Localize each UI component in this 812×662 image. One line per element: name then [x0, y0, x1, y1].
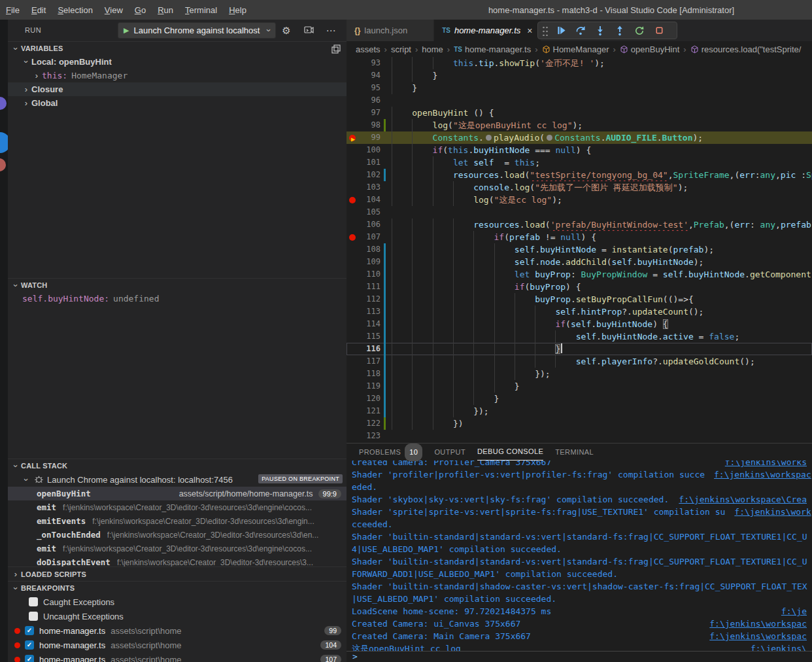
code-line-96[interactable]: 96	[347, 94, 812, 107]
gear-icon[interactable]: ⚙	[279, 22, 294, 39]
source-link[interactable]: f:\jenkins\workspac	[709, 618, 807, 630]
code-line-93[interactable]: 93this.tip.showTip('金币不足! ');	[347, 57, 812, 69]
call-stack-frame[interactable]: emitf:\jenkins\workspace\Creator_3D\edit…	[8, 500, 347, 514]
code-line-108[interactable]: 108self.buyHintNode = instantiate(prefab…	[347, 243, 812, 256]
step-into-icon[interactable]	[592, 23, 609, 39]
code-line-99[interactable]: ▶99Constants.playAudio(Constants.AUDIO_F…	[347, 131, 812, 144]
breakpoint-gutter[interactable]	[347, 417, 358, 430]
code-line-106[interactable]: 106resources.load('prefab/BuyHintWindow-…	[347, 218, 812, 231]
source-link[interactable]: f:\jenkins\workspace\Crea	[679, 493, 807, 506]
breakpoint-row[interactable]: home-manager.tsassets\script\home99	[8, 623, 347, 638]
breakpoint-gutter[interactable]	[347, 181, 358, 194]
debug-console-input[interactable]: >	[347, 651, 812, 662]
menu-run[interactable]: Run	[152, 5, 179, 15]
checkbox-checked[interactable]	[25, 655, 34, 662]
checkbox-unchecked[interactable]	[29, 597, 38, 606]
code-line-97[interactable]: 97openBuyHint () {	[347, 107, 812, 119]
breakpoint-gutter[interactable]	[347, 405, 358, 417]
breadcrumb-item[interactable]: openBuyHint	[620, 44, 679, 54]
menu-help[interactable]: Help	[223, 5, 252, 15]
checkbox-unchecked[interactable]	[29, 612, 38, 621]
breakpoint-gutter[interactable]	[347, 281, 358, 293]
breakpoint-gutter[interactable]	[347, 194, 358, 206]
code-line-118[interactable]: 118});	[347, 368, 812, 380]
code-line-121[interactable]: 121});	[347, 405, 812, 417]
source-link[interactable]: f:\jenkins\	[751, 642, 807, 651]
breakpoint-gutter[interactable]	[347, 268, 358, 281]
code-line-123[interactable]: 123	[347, 430, 812, 442]
source-link[interactable]: f:\jenkins\works	[725, 461, 807, 468]
breakpoint-gutter[interactable]	[347, 343, 358, 355]
breadcrumb-item[interactable]: home-manager.ts	[454, 44, 531, 54]
panes-icon[interactable]	[331, 44, 341, 54]
code-line-102[interactable]: 102resources.load("testSprite/tongyong_b…	[347, 169, 812, 181]
code-line-111[interactable]: 111if(buyProp) {	[347, 281, 812, 293]
watch-expression[interactable]: self.buyHintNode: undefined	[8, 292, 347, 305]
code-line-119[interactable]: 119}	[347, 380, 812, 392]
breadcrumb-item[interactable]: script	[391, 44, 411, 54]
breakpoint-gutter[interactable]	[347, 57, 358, 69]
breadcrumb-item[interactable]: HomeManager	[542, 44, 609, 54]
breakpoint-gutter[interactable]	[347, 119, 358, 131]
menu-edit[interactable]: Edit	[25, 5, 52, 15]
code-line-109[interactable]: 109self.node.addChild(self.buyHintNode);	[347, 256, 812, 268]
breakpoint-gutter[interactable]	[347, 144, 358, 156]
breakpoint-gutter[interactable]: ▶	[347, 131, 358, 144]
code-line-95[interactable]: 95}	[347, 82, 812, 94]
breakpoint-gutter[interactable]	[347, 243, 358, 256]
call-stack-frame[interactable]: emitf:\jenkins\workspace\Creator_3D\edit…	[8, 542, 347, 555]
breakpoint-gutter[interactable]	[347, 107, 358, 119]
drag-grip-icon[interactable]	[542, 26, 549, 36]
breakpoint-gutter[interactable]	[347, 293, 358, 305]
breakpoint-row[interactable]: home-manager.tsassets\script\home107	[8, 652, 347, 662]
stop-icon[interactable]	[651, 23, 668, 39]
source-link[interactable]: f:\je	[781, 605, 807, 618]
call-stack-frame[interactable]: openBuyHintassets/script/home/home-manag…	[8, 487, 347, 500]
code-line-94[interactable]: 94}	[347, 69, 812, 82]
code-line-113[interactable]: 113self.hintProp?.updateCount();	[347, 305, 812, 318]
close-icon[interactable]: ×	[527, 26, 532, 36]
breakpoint-gutter[interactable]	[347, 206, 358, 218]
tab-home-manager-ts[interactable]: home-manager.ts ×	[434, 20, 541, 41]
breadcrumb-item[interactable]: home	[422, 44, 443, 54]
menu-terminal[interactable]: Terminal	[179, 5, 223, 15]
scope-closure[interactable]: › Closure	[8, 82, 347, 96]
menu-selection[interactable]: Selection	[52, 5, 98, 15]
code-line-120[interactable]: 120}	[347, 392, 812, 405]
source-link[interactable]: f:\jenkins\workspac	[709, 630, 807, 642]
call-stack-frame[interactable]: emitEventsf:\jenkins\workspace\Creator_3…	[8, 514, 347, 528]
code-line-98[interactable]: 98log("这是openBuyHint cc log");	[347, 119, 812, 131]
restart-icon[interactable]	[631, 23, 648, 39]
menu-go[interactable]: Go	[129, 5, 152, 15]
uncaught-exceptions-row[interactable]: Uncaught Exceptions	[8, 609, 347, 623]
call-stack-frame[interactable]: _onTouchEndedf:\jenkins\workspace\Creato…	[8, 528, 347, 542]
menu-view[interactable]: View	[99, 5, 129, 15]
step-over-icon[interactable]	[572, 23, 589, 39]
breakpoint-gutter[interactable]	[347, 392, 358, 405]
tab-launch-json[interactable]: launch.json	[347, 20, 434, 41]
code-line-104[interactable]: 104log("这是cc log");	[347, 194, 812, 206]
breakpoint-gutter[interactable]	[347, 218, 358, 231]
menu-file[interactable]: File	[0, 5, 25, 15]
caught-exceptions-row[interactable]: Caught Exceptions	[8, 595, 347, 609]
breakpoint-gutter[interactable]	[347, 355, 358, 368]
launch-config-dropdown[interactable]: ▶ Launch Chrome against localhost ›	[118, 22, 276, 39]
code-line-115[interactable]: 115self.buyHintNode.active = false;	[347, 330, 812, 343]
panel-tab-output[interactable]: OUTPUT	[434, 444, 465, 461]
code-line-112[interactable]: 112buyProp.setBuyPropCallFun(()=>{	[347, 293, 812, 305]
breakpoint-gutter[interactable]	[347, 169, 358, 181]
breakpoint-gutter[interactable]	[347, 368, 358, 380]
start-debug-icon[interactable]: ▶	[124, 26, 129, 35]
code-line-122[interactable]: 122})	[347, 417, 812, 430]
code-line-110[interactable]: 110let buyProp: BuyPropWindow = self.buy…	[347, 268, 812, 281]
breakpoint-gutter[interactable]	[347, 256, 358, 268]
code-line-117[interactable]: 117self.playerInfo?.updateGoldCount();	[347, 355, 812, 368]
breakpoint-gutter[interactable]	[347, 330, 358, 343]
breakpoint-gutter[interactable]	[347, 318, 358, 330]
checkbox-checked[interactable]	[25, 626, 34, 635]
breakpoint-gutter[interactable]	[347, 231, 358, 243]
breadcrumb-item[interactable]: resources.load("testSprite/	[690, 44, 802, 54]
variable-this[interactable]: › this: HomeManager	[8, 69, 347, 82]
breakpoint-gutter[interactable]	[347, 430, 358, 442]
code-line-107[interactable]: 107if(prefab != null) {	[347, 231, 812, 243]
